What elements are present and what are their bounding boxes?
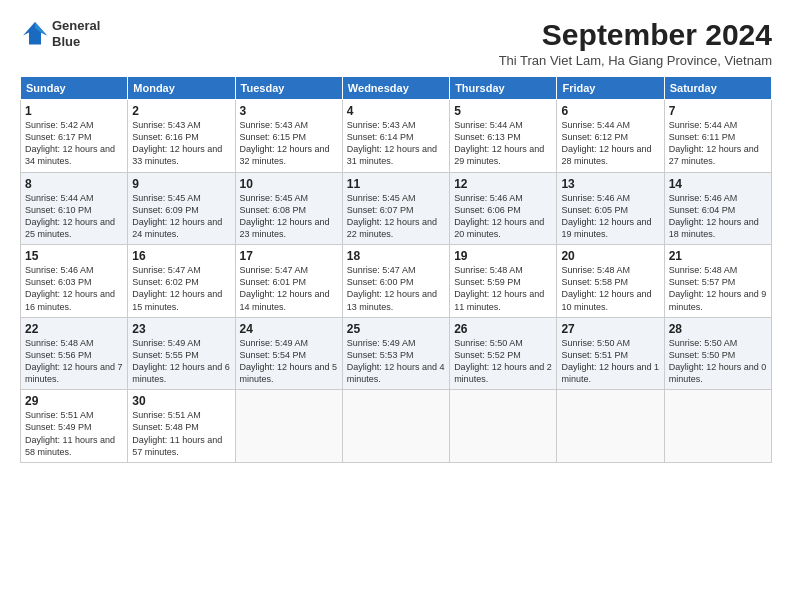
day-info: Sunrise: 5:50 AMSunset: 5:52 PMDaylight:… [454,337,552,386]
calendar-header-row: SundayMondayTuesdayWednesdayThursdayFrid… [21,77,772,100]
day-info: Sunrise: 5:51 AMSunset: 5:48 PMDaylight:… [132,409,230,458]
day-info: Sunrise: 5:49 AMSunset: 5:55 PMDaylight:… [132,337,230,386]
day-info: Sunrise: 5:44 AMSunset: 6:13 PMDaylight:… [454,119,552,168]
day-number: 25 [347,322,445,336]
calendar-cell: 10 Sunrise: 5:45 AMSunset: 6:08 PMDaylig… [235,172,342,245]
day-info: Sunrise: 5:47 AMSunset: 6:02 PMDaylight:… [132,264,230,313]
day-info: Sunrise: 5:49 AMSunset: 5:54 PMDaylight:… [240,337,338,386]
day-info: Sunrise: 5:48 AMSunset: 5:58 PMDaylight:… [561,264,659,313]
calendar-cell: 12 Sunrise: 5:46 AMSunset: 6:06 PMDaylig… [450,172,557,245]
day-number: 29 [25,394,123,408]
day-info: Sunrise: 5:51 AMSunset: 5:49 PMDaylight:… [25,409,123,458]
page: General Blue September 2024 Thi Tran Vie… [0,0,792,612]
calendar-cell: 7 Sunrise: 5:44 AMSunset: 6:11 PMDayligh… [664,100,771,173]
day-number: 22 [25,322,123,336]
calendar-cell: 15 Sunrise: 5:46 AMSunset: 6:03 PMDaylig… [21,245,128,318]
col-header-tuesday: Tuesday [235,77,342,100]
calendar-week-5: 29 Sunrise: 5:51 AMSunset: 5:49 PMDaylig… [21,390,772,463]
calendar-cell: 13 Sunrise: 5:46 AMSunset: 6:05 PMDaylig… [557,172,664,245]
header: General Blue September 2024 Thi Tran Vie… [20,18,772,68]
col-header-saturday: Saturday [664,77,771,100]
day-info: Sunrise: 5:46 AMSunset: 6:05 PMDaylight:… [561,192,659,241]
day-info: Sunrise: 5:45 AMSunset: 6:08 PMDaylight:… [240,192,338,241]
calendar-cell: 1 Sunrise: 5:42 AMSunset: 6:17 PMDayligh… [21,100,128,173]
day-number: 23 [132,322,230,336]
day-info: Sunrise: 5:42 AMSunset: 6:17 PMDaylight:… [25,119,123,168]
day-number: 9 [132,177,230,191]
logo-text: General Blue [52,18,100,49]
day-number: 16 [132,249,230,263]
title-block: September 2024 Thi Tran Viet Lam, Ha Gia… [499,18,772,68]
calendar-cell [557,390,664,463]
day-number: 13 [561,177,659,191]
day-number: 21 [669,249,767,263]
calendar-cell: 20 Sunrise: 5:48 AMSunset: 5:58 PMDaylig… [557,245,664,318]
day-info: Sunrise: 5:43 AMSunset: 6:15 PMDaylight:… [240,119,338,168]
day-info: Sunrise: 5:45 AMSunset: 6:07 PMDaylight:… [347,192,445,241]
day-number: 2 [132,104,230,118]
logo-line1: General [52,18,100,34]
calendar-cell: 19 Sunrise: 5:48 AMSunset: 5:59 PMDaylig… [450,245,557,318]
logo-line2: Blue [52,34,100,50]
calendar-cell: 3 Sunrise: 5:43 AMSunset: 6:15 PMDayligh… [235,100,342,173]
calendar-cell: 5 Sunrise: 5:44 AMSunset: 6:13 PMDayligh… [450,100,557,173]
day-info: Sunrise: 5:46 AMSunset: 6:06 PMDaylight:… [454,192,552,241]
calendar-cell: 6 Sunrise: 5:44 AMSunset: 6:12 PMDayligh… [557,100,664,173]
day-number: 3 [240,104,338,118]
calendar-cell: 9 Sunrise: 5:45 AMSunset: 6:09 PMDayligh… [128,172,235,245]
logo-icon [20,19,50,49]
calendar-week-4: 22 Sunrise: 5:48 AMSunset: 5:56 PMDaylig… [21,317,772,390]
calendar-cell: 26 Sunrise: 5:50 AMSunset: 5:52 PMDaylig… [450,317,557,390]
calendar-cell: 25 Sunrise: 5:49 AMSunset: 5:53 PMDaylig… [342,317,449,390]
day-number: 18 [347,249,445,263]
col-header-thursday: Thursday [450,77,557,100]
calendar-week-2: 8 Sunrise: 5:44 AMSunset: 6:10 PMDayligh… [21,172,772,245]
calendar-cell: 11 Sunrise: 5:45 AMSunset: 6:07 PMDaylig… [342,172,449,245]
calendar-cell: 28 Sunrise: 5:50 AMSunset: 5:50 PMDaylig… [664,317,771,390]
day-info: Sunrise: 5:50 AMSunset: 5:51 PMDaylight:… [561,337,659,386]
calendar-cell: 16 Sunrise: 5:47 AMSunset: 6:02 PMDaylig… [128,245,235,318]
day-number: 19 [454,249,552,263]
month-title: September 2024 [499,18,772,51]
calendar-cell: 30 Sunrise: 5:51 AMSunset: 5:48 PMDaylig… [128,390,235,463]
calendar-cell: 8 Sunrise: 5:44 AMSunset: 6:10 PMDayligh… [21,172,128,245]
calendar-cell: 21 Sunrise: 5:48 AMSunset: 5:57 PMDaylig… [664,245,771,318]
location-subtitle: Thi Tran Viet Lam, Ha Giang Province, Vi… [499,53,772,68]
day-info: Sunrise: 5:44 AMSunset: 6:12 PMDaylight:… [561,119,659,168]
calendar-cell: 2 Sunrise: 5:43 AMSunset: 6:16 PMDayligh… [128,100,235,173]
day-info: Sunrise: 5:48 AMSunset: 5:59 PMDaylight:… [454,264,552,313]
day-number: 1 [25,104,123,118]
calendar-cell [235,390,342,463]
calendar-cell: 4 Sunrise: 5:43 AMSunset: 6:14 PMDayligh… [342,100,449,173]
calendar-cell [342,390,449,463]
calendar-cell: 27 Sunrise: 5:50 AMSunset: 5:51 PMDaylig… [557,317,664,390]
day-number: 5 [454,104,552,118]
day-info: Sunrise: 5:47 AMSunset: 6:00 PMDaylight:… [347,264,445,313]
logo: General Blue [20,18,100,49]
day-number: 28 [669,322,767,336]
calendar-cell: 14 Sunrise: 5:46 AMSunset: 6:04 PMDaylig… [664,172,771,245]
day-number: 15 [25,249,123,263]
day-info: Sunrise: 5:45 AMSunset: 6:09 PMDaylight:… [132,192,230,241]
day-number: 4 [347,104,445,118]
day-info: Sunrise: 5:44 AMSunset: 6:11 PMDaylight:… [669,119,767,168]
day-number: 8 [25,177,123,191]
calendar-cell: 18 Sunrise: 5:47 AMSunset: 6:00 PMDaylig… [342,245,449,318]
calendar-cell: 29 Sunrise: 5:51 AMSunset: 5:49 PMDaylig… [21,390,128,463]
day-number: 27 [561,322,659,336]
day-info: Sunrise: 5:48 AMSunset: 5:56 PMDaylight:… [25,337,123,386]
col-header-sunday: Sunday [21,77,128,100]
calendar-cell [450,390,557,463]
day-info: Sunrise: 5:44 AMSunset: 6:10 PMDaylight:… [25,192,123,241]
calendar-cell [664,390,771,463]
day-number: 24 [240,322,338,336]
day-info: Sunrise: 5:46 AMSunset: 6:04 PMDaylight:… [669,192,767,241]
day-info: Sunrise: 5:47 AMSunset: 6:01 PMDaylight:… [240,264,338,313]
day-number: 17 [240,249,338,263]
calendar-week-1: 1 Sunrise: 5:42 AMSunset: 6:17 PMDayligh… [21,100,772,173]
day-number: 12 [454,177,552,191]
day-number: 6 [561,104,659,118]
calendar-cell: 23 Sunrise: 5:49 AMSunset: 5:55 PMDaylig… [128,317,235,390]
calendar: SundayMondayTuesdayWednesdayThursdayFrid… [20,76,772,463]
day-info: Sunrise: 5:50 AMSunset: 5:50 PMDaylight:… [669,337,767,386]
